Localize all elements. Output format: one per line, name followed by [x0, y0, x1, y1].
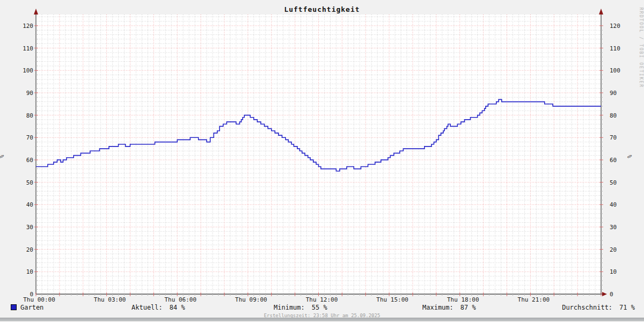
- y-tick-right-10: 10: [610, 269, 617, 275]
- x-tick-4: Thu 12:00: [306, 296, 338, 303]
- y-tick-left-50: 50: [10, 179, 33, 185]
- stat-durchschnitt: Durchschnitt:71 %: [562, 304, 635, 311]
- y-tick-left-60: 60: [10, 157, 33, 163]
- series-label: Garten: [20, 304, 43, 311]
- stat-maximum-label: Maximum:: [422, 304, 453, 311]
- legend-row: Garten Aktuell:84 % Minimum:55 % Maximum…: [0, 303, 644, 312]
- y-tick-left-40: 40: [10, 202, 33, 208]
- y-tick-left-120: 120: [10, 23, 33, 28]
- y-tick-left-100: 100: [10, 68, 33, 74]
- y-tick-right-60: 60: [610, 157, 617, 163]
- x-tick-7: Thu 21:00: [518, 296, 550, 303]
- y-tick-left-110: 110: [10, 45, 33, 51]
- y-axis-unit-left: %: [0, 155, 5, 158]
- stat-durchschnitt-value: 71 %: [619, 304, 635, 311]
- x-tick-5: Thu 15:00: [376, 296, 408, 303]
- y-tick-right-120: 120: [610, 23, 620, 28]
- y-tick-left-10: 10: [10, 269, 33, 275]
- stat-minimum-value: 55 %: [312, 304, 327, 311]
- chart-title: Luftfeuchtigkeit: [0, 5, 644, 13]
- stat-aktuell: Aktuell:84 %: [131, 304, 185, 311]
- x-tick-3: Thu 09:00: [235, 296, 267, 303]
- y-tick-right-100: 100: [610, 68, 620, 74]
- chart-canvas: [0, 0, 644, 322]
- x-axis-arrow: [602, 292, 607, 296]
- stat-durchschnitt-label: Durchschnitt:: [562, 304, 612, 311]
- y-tick-right-40: 40: [610, 202, 617, 208]
- y-tick-right-70: 70: [610, 135, 617, 141]
- x-tick-6: Thu 18:00: [447, 296, 479, 303]
- y-axis-unit-right: %: [627, 155, 633, 158]
- y-tick-right-20: 20: [610, 246, 617, 252]
- y-tick-right-50: 50: [610, 179, 617, 185]
- y-tick-left-70: 70: [10, 135, 33, 141]
- x-tick-1: Thu 03:00: [94, 296, 126, 303]
- y-tick-left-20: 20: [10, 246, 33, 252]
- y-tick-right-90: 90: [610, 90, 617, 96]
- y-tick-left-80: 80: [10, 112, 33, 118]
- x-tick-0: Thu 00:00: [23, 296, 55, 303]
- rrdtool-graph: Luftfeuchtigkeit 01020304050607080901001…: [0, 0, 644, 322]
- rrdtool-watermark: RRDTOOL / TOBI OETIKER: [639, 8, 643, 88]
- stat-aktuell-value: 84 %: [170, 304, 185, 311]
- stat-maximum: Maximum:87 %: [422, 304, 476, 311]
- y-tick-left-90: 90: [10, 90, 33, 96]
- x-tick-2: Thu 06:00: [164, 296, 196, 303]
- series-color-swatch: [11, 304, 17, 310]
- stat-minimum: Minimum:55 %: [274, 304, 327, 311]
- stat-minimum-label: Minimum:: [274, 304, 305, 311]
- stat-aktuell-label: Aktuell:: [131, 304, 163, 311]
- stat-maximum-value: 87 %: [460, 304, 476, 311]
- y-tick-right-0: 0: [610, 291, 613, 297]
- y-tick-right-110: 110: [610, 45, 620, 51]
- y-tick-right-80: 80: [610, 112, 617, 118]
- y-tick-right-30: 30: [610, 224, 617, 230]
- y-tick-left-30: 30: [10, 224, 33, 230]
